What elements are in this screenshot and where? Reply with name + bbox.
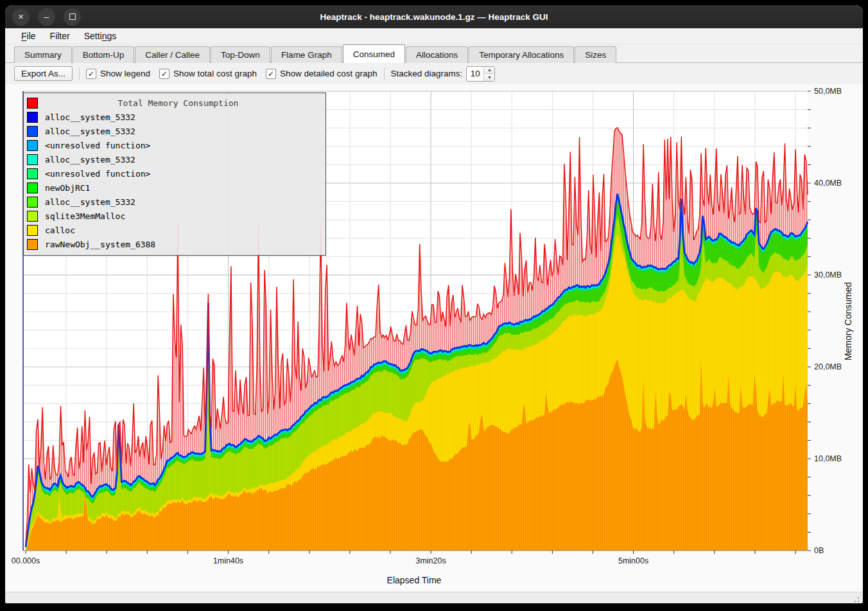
maximize-button[interactable]: [64, 8, 81, 26]
toolbar-separator: [384, 67, 385, 80]
tab-allocations[interactable]: Allocations: [406, 46, 468, 63]
legend-label: Total Memory Consumption: [31, 98, 326, 108]
legend-label: alloc__system_5332: [45, 127, 135, 136]
tab-flame-graph[interactable]: Flame Graph: [271, 46, 342, 63]
legend-label: alloc__system_5332: [45, 112, 135, 122]
tab-sizes[interactable]: Sizes: [575, 46, 616, 63]
minimize-icon: –: [44, 12, 49, 21]
legend-label: rawNewObj__system_6388: [45, 240, 155, 249]
chart-legend: Total Memory Consumptionalloc__system_53…: [23, 93, 326, 256]
legend-label: alloc__system_5332: [45, 197, 135, 207]
legend-swatch: [27, 211, 38, 222]
tab-summary[interactable]: Summary: [14, 46, 72, 63]
y-tick-label: 20,0MB: [814, 362, 842, 371]
legend-swatch: [27, 239, 38, 250]
window-title: Heaptrack - heaptrack.wakunode.1.gz — He…: [5, 12, 863, 22]
legend-label: calloc: [45, 226, 75, 235]
legend-item: newObjRC1: [24, 181, 326, 195]
legend-item: rawNewObj__system_6388: [24, 237, 326, 251]
y-tick-label: 0B: [814, 546, 824, 555]
legend-swatch: [27, 197, 38, 208]
legend-swatch: [27, 225, 38, 236]
legend-item: alloc__system_5332: [24, 195, 326, 209]
legend-item: calloc: [24, 223, 326, 237]
tab-temporary-allocations[interactable]: Temporary Allocations: [469, 46, 574, 63]
spinner-up-icon[interactable]: ▲: [484, 67, 494, 74]
x-tick-label: 5min00s: [618, 556, 648, 565]
legend-swatch: [27, 126, 38, 137]
y-tick-label: 30,0MB: [814, 270, 842, 279]
stacked-diagrams-label: Stacked diagrams:: [391, 69, 463, 78]
toolbar-separator: [79, 67, 80, 80]
tab-bar: SummaryBottom-UpCaller / CalleeTop-DownF…: [5, 44, 863, 63]
menu-item-filter[interactable]: Filter: [44, 30, 76, 42]
x-tick-label: 3min20s: [415, 556, 446, 565]
stacked-diagrams-stepper[interactable]: 10 ▲ ▼: [466, 66, 495, 82]
export-as-button[interactable]: Export As...: [14, 66, 73, 81]
spinner-down-icon[interactable]: ▼: [484, 73, 494, 81]
menubar: FileFilterSettings: [5, 28, 863, 44]
legend-swatch: [27, 182, 38, 193]
checkbox-label: Show detailed cost graph: [280, 69, 378, 78]
checkbox-show-detailed-cost-graph[interactable]: ✓Show detailed cost graph: [266, 69, 378, 79]
menu-item-settings[interactable]: Settings: [78, 30, 123, 42]
minimize-button[interactable]: –: [38, 8, 55, 26]
x-tick-label: 1min40s: [213, 556, 243, 565]
y-tick-label: 50,0MB: [814, 87, 842, 96]
legend-label: <unresolved function>: [45, 141, 150, 150]
legend-item: <unresolved function>: [24, 138, 326, 152]
consumed-chart-area: 00.000s1min40s3min20s5min00s0B10,0MB20,0…: [5, 84, 863, 592]
checkmark-icon: ✓: [86, 69, 96, 79]
stacked-diagrams-value[interactable]: 10: [467, 67, 483, 81]
tab-bottom-up[interactable]: Bottom-Up: [73, 46, 135, 63]
legend-label: alloc__system_5332: [45, 155, 135, 164]
legend-title-row: Total Memory Consumption: [24, 96, 326, 110]
checkbox-label: Show legend: [100, 69, 150, 78]
checkbox-show-legend[interactable]: ✓Show legend: [86, 69, 150, 79]
menu-item-file[interactable]: File: [15, 30, 42, 42]
tab-consumed[interactable]: Consumed: [343, 44, 405, 63]
legend-item: alloc__system_5332: [24, 110, 326, 124]
resize-grip[interactable]: [852, 597, 860, 603]
tab-top-down[interactable]: Top-Down: [211, 46, 270, 63]
legend-item: alloc__system_5332: [24, 152, 326, 166]
titlebar: × – Heaptrack - heaptrack.wakunode.1.gz …: [5, 5, 863, 28]
legend-item: sqlite3MemMalloc: [24, 209, 326, 223]
status-bar: [5, 592, 863, 603]
y-tick-label: 40,0MB: [814, 179, 842, 188]
maximize-icon: [69, 13, 76, 20]
legend-swatch: [27, 154, 38, 165]
application-window: × – Heaptrack - heaptrack.wakunode.1.gz …: [5, 5, 863, 603]
checkmark-icon: ✓: [159, 69, 169, 79]
legend-label: newObjRC1: [45, 183, 90, 193]
legend-swatch: [27, 112, 38, 123]
legend-swatch: [27, 140, 38, 151]
legend-swatch: [27, 168, 38, 179]
y-axis-title: Memory Consumed: [843, 282, 853, 360]
x-tick-label: 00.000s: [12, 556, 40, 565]
toolbar: Export As... ✓Show legend✓Show total cos…: [5, 63, 863, 84]
legend-label: <unresolved function>: [45, 169, 150, 179]
close-button[interactable]: ×: [12, 8, 30, 26]
legend-item: <unresolved function>: [24, 166, 326, 181]
x-axis-title: Elapsed Time: [387, 575, 442, 585]
checkmark-icon: ✓: [266, 69, 276, 79]
checkbox-label: Show total cost graph: [173, 69, 257, 78]
close-icon: ×: [18, 12, 23, 21]
legend-item: alloc__system_5332: [24, 124, 326, 138]
y-tick-label: 10,0MB: [814, 454, 842, 463]
checkbox-show-total-cost-graph[interactable]: ✓Show total cost graph: [159, 69, 257, 79]
legend-label: sqlite3MemMalloc: [45, 211, 125, 221]
tab-caller-callee[interactable]: Caller / Callee: [135, 46, 210, 63]
